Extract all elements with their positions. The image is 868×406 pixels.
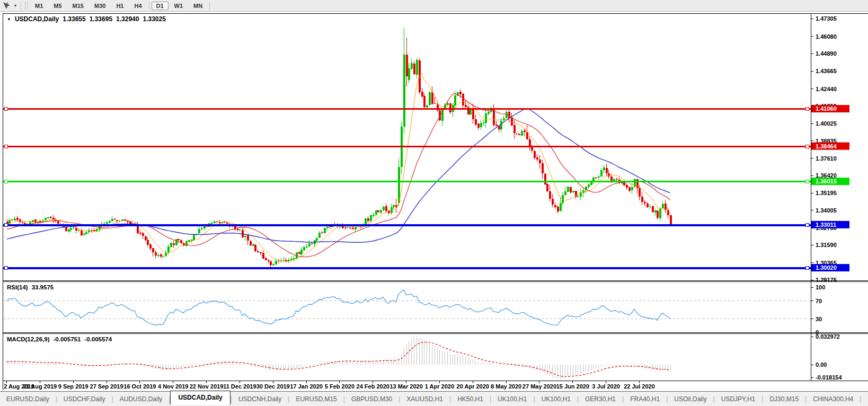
- svg-text:-0.018154: -0.018154: [816, 374, 842, 381]
- svg-text:8 May 2020: 8 May 2020: [491, 383, 521, 390]
- candles-layer: [6, 28, 672, 267]
- chart-tab-usdcad-daily[interactable]: USDCAD,Daily: [170, 391, 230, 405]
- macd-name: MACD(12,26,9): [7, 336, 50, 342]
- price-chart-canvas[interactable]: 1.473051.460801.448901.436651.424401.412…: [3, 14, 868, 390]
- price-badge-1.36015: 1.36015: [811, 178, 849, 185]
- hline-handle[interactable]: [5, 145, 8, 148]
- svg-text:1.38464: 1.38464: [816, 143, 837, 149]
- chart-tab-audusd-daily[interactable]: AUDUSD,Daily: [113, 394, 169, 404]
- chart-tab-usoil-daily[interactable]: USOil,Daily: [668, 394, 713, 404]
- chart-tab-usoil-h4[interactable]: USOil,H4: [861, 394, 868, 404]
- rsi-line: [7, 290, 670, 325]
- svg-text:1.34005: 1.34005: [816, 207, 837, 214]
- hline-handle[interactable]: [806, 267, 809, 270]
- svg-text:30: 30: [816, 316, 822, 322]
- chart-tab-eurusd-daily[interactable]: EURUSD,Daily: [0, 394, 56, 404]
- toolbar-separator: [21, 2, 21, 10]
- hline-handle[interactable]: [806, 145, 809, 148]
- rsi-pane: 10070300: [3, 284, 825, 336]
- toolbar-separator: [149, 2, 149, 10]
- svg-text:1.30020: 1.30020: [816, 264, 837, 271]
- chart-tab-fra40-h1[interactable]: FRA40,H1: [624, 394, 666, 404]
- svg-text:17 Jan 2020: 17 Jan 2020: [290, 383, 323, 390]
- svg-text:1.41060: 1.41060: [816, 105, 837, 112]
- macd-pane: 0.0329720.00-0.018154: [7, 333, 843, 381]
- hline-handle[interactable]: [5, 108, 8, 111]
- hline-handle[interactable]: [5, 180, 8, 183]
- hline-1.41060[interactable]: [3, 108, 811, 111]
- timeframe-button-h1[interactable]: H1: [111, 2, 128, 10]
- hline-1.30020[interactable]: [3, 267, 811, 270]
- pane-borders: [3, 14, 868, 381]
- svg-text:22 Nov 2019: 22 Nov 2019: [190, 383, 224, 390]
- price-badge-1.38464: 1.38464: [811, 143, 849, 150]
- timeframe-button-m15[interactable]: M15: [68, 2, 88, 10]
- chart-tab-gbpusd-m30[interactable]: GBPUSD,M30: [345, 394, 398, 404]
- quote-open: 1.33655: [63, 15, 85, 23]
- quote-close: 1.33025: [143, 15, 165, 23]
- rsi-indicator-label: RSI(14)33.9575: [7, 284, 57, 290]
- svg-text:1.44890: 1.44890: [816, 50, 837, 57]
- chart-tab-china300-h4[interactable]: CHINA300,H4: [807, 394, 860, 404]
- chart-tab-eurusd-m15[interactable]: EURUSD,M15: [289, 394, 343, 404]
- top-toolbar: ▼ M1M5M15M30H1H4D1W1MN: [0, 0, 868, 12]
- hline-handle[interactable]: [806, 180, 809, 183]
- timeframe-button-w1[interactable]: W1: [170, 2, 188, 10]
- hline-1.36015[interactable]: [3, 180, 811, 183]
- svg-text:1.43665: 1.43665: [816, 68, 837, 74]
- svg-text:1.42440: 1.42440: [816, 86, 837, 92]
- svg-text:1.31590: 1.31590: [816, 242, 837, 248]
- hline-handle[interactable]: [5, 267, 8, 270]
- macd-signal-value: -0.005574: [84, 336, 112, 342]
- timeframe-button-d1[interactable]: D1: [152, 2, 169, 10]
- hline-handle[interactable]: [5, 224, 8, 227]
- chart-title-line: ▼USDCAD,Daily1.336551.336951.329401.3302…: [7, 15, 170, 23]
- hline-1.38464[interactable]: [3, 145, 811, 148]
- hline-handle[interactable]: [806, 224, 809, 227]
- chart-tab-ger30-h1[interactable]: GER30,H1: [579, 394, 622, 404]
- chart-tab-hk50-h1[interactable]: HK50,H1: [451, 394, 490, 404]
- svg-text:3 Jul 2020: 3 Jul 2020: [592, 383, 620, 390]
- tool-dropdown-arrow-icon[interactable]: ▼: [12, 4, 19, 7]
- svg-text:13 Mar 2020: 13 Mar 2020: [389, 383, 422, 390]
- svg-text:5 Feb 2020: 5 Feb 2020: [325, 383, 355, 390]
- chart-tab-dj30-m15[interactable]: DJ30,M15: [763, 394, 805, 404]
- svg-text:1.33011: 1.33011: [816, 222, 836, 228]
- svg-text:1.40025: 1.40025: [816, 120, 837, 127]
- svg-text:1.29175: 1.29175: [816, 277, 837, 283]
- timeframe-button-mn[interactable]: MN: [189, 2, 207, 10]
- chart-tab-usdchf-daily[interactable]: USDCHF,Daily: [57, 394, 112, 404]
- macd-value: -0.005751: [54, 336, 81, 342]
- svg-text:0.032972: 0.032972: [816, 333, 840, 340]
- timeframe-button-h4[interactable]: H4: [129, 2, 146, 10]
- svg-text:20 Apr 2020: 20 Apr 2020: [457, 383, 489, 390]
- chart-tab-usdcnh-daily[interactable]: USDCNH,Daily: [232, 394, 288, 404]
- timeframe-button-m1[interactable]: M1: [30, 2, 48, 10]
- ma-fast-line: [7, 73, 670, 262]
- rsi-name: RSI(14): [7, 284, 28, 290]
- ma-medium-line: [7, 93, 670, 257]
- timeframe-button-m30[interactable]: M30: [90, 2, 110, 10]
- svg-text:9 Sep 2019: 9 Sep 2019: [58, 383, 88, 390]
- chart-tab-xauusd-h1[interactable]: XAUUSD,H1: [400, 394, 449, 404]
- svg-text:1 Apr 2020: 1 Apr 2020: [425, 383, 454, 390]
- svg-text:30 Dec 2019: 30 Dec 2019: [256, 383, 290, 390]
- hline-handle[interactable]: [806, 108, 809, 111]
- svg-text:1.36015: 1.36015: [816, 178, 837, 184]
- crosshair-cursor-icon[interactable]: [1, 1, 12, 11]
- svg-text:15 Jun 2020: 15 Jun 2020: [556, 383, 589, 390]
- svg-text:27 Sep 2019: 27 Sep 2019: [90, 383, 123, 390]
- macd-indicator-label: MACD(12,26,9)-0.005751-0.005574: [7, 336, 116, 342]
- quote-high: 1.33695: [90, 15, 112, 23]
- toolbar-grip[interactable]: [25, 2, 28, 10]
- svg-text:24 Feb 2020: 24 Feb 2020: [357, 383, 389, 390]
- chart-window: 1.473051.460801.448901.436651.424401.412…: [3, 13, 868, 390]
- svg-text:11 Dec 2019: 11 Dec 2019: [223, 383, 256, 390]
- chart-tab-uk100-h1[interactable]: UK100,H1: [491, 394, 533, 404]
- chart-tab-usdjpy-h1[interactable]: USDJPY,H1: [715, 394, 761, 404]
- price-badge-1.41060: 1.41060: [811, 105, 849, 112]
- svg-text:100: 100: [816, 284, 825, 290]
- chart-tab-uk100-h1[interactable]: UK100,H1: [535, 394, 577, 404]
- chart-context-arrow-icon[interactable]: ▼: [7, 17, 11, 22]
- timeframe-button-m5[interactable]: M5: [49, 2, 66, 10]
